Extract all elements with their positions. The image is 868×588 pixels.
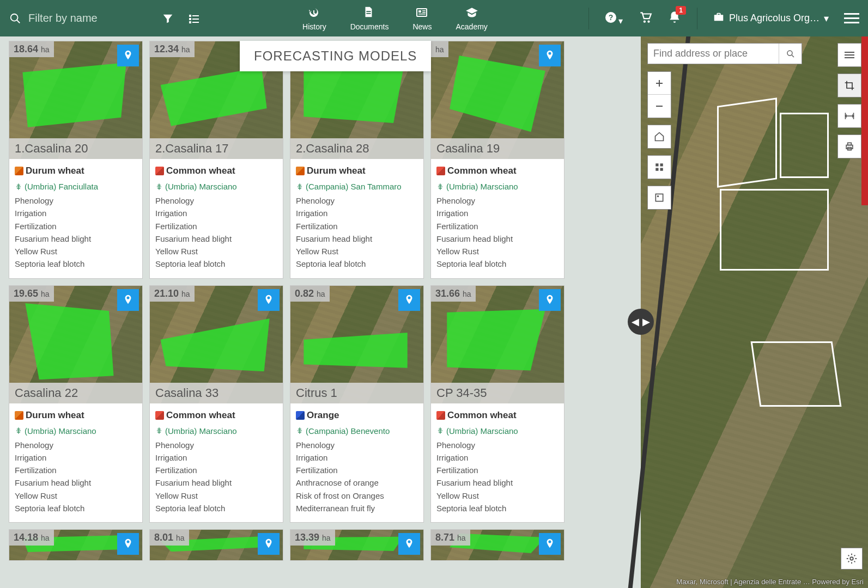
field-card[interactable]: 21.10 ha Casalina 33 Common wheat (Umbri… <box>149 285 283 523</box>
model-item[interactable]: Fertilization <box>296 220 418 232</box>
model-item[interactable]: Irrigation <box>296 451 418 464</box>
locate-field-button[interactable] <box>258 289 280 311</box>
cart-icon[interactable] <box>638 10 652 27</box>
model-item[interactable]: Fusarium head blight <box>436 476 559 489</box>
basemap-button[interactable] <box>648 156 671 179</box>
field-card[interactable]: 19.65 ha Casalina 22 Durum wheat (Umbria… <box>9 285 143 523</box>
map-field-outline[interactable] <box>751 341 842 407</box>
field-card[interactable]: ha Casalina 19 Common wheat (Umbria) Mar… <box>430 41 564 279</box>
model-item[interactable]: Phenology <box>296 439 418 451</box>
model-item[interactable]: Risk of frost on Oranges <box>296 489 418 502</box>
locate-field-button[interactable] <box>117 45 139 66</box>
model-item[interactable]: Fusarium head blight <box>15 232 137 245</box>
model-item[interactable]: Phenology <box>155 194 277 207</box>
field-card[interactable]: 12.34 ha 2.Casalina 17 Common wheat (Umb… <box>149 41 283 279</box>
search-icon[interactable] <box>9 12 22 25</box>
model-item[interactable]: Fertilization <box>436 464 559 476</box>
locate-field-button[interactable] <box>398 533 420 555</box>
org-selector[interactable]: Plus Agricolus Org… ▾ <box>713 11 829 26</box>
model-item[interactable]: Mediterranean fruit fly <box>296 502 418 514</box>
model-item[interactable]: Fusarium head blight <box>155 232 277 245</box>
help-icon[interactable]: ?▾ <box>604 11 623 26</box>
model-item[interactable]: Septoria leaf blotch <box>155 502 277 514</box>
model-item[interactable]: Fertilization <box>155 464 277 476</box>
model-item[interactable]: Irrigation <box>15 451 137 464</box>
map-settings-button[interactable] <box>841 548 863 569</box>
model-item[interactable]: Phenology <box>436 194 559 207</box>
filter-input[interactable] <box>28 12 148 24</box>
model-item[interactable]: Anthracnose of orange <box>296 476 418 489</box>
field-card[interactable]: 8.01 ha <box>149 529 283 561</box>
field-card[interactable]: 18.64 ha 1.Casalina 20 Durum wheat (Umbr… <box>9 41 143 279</box>
notifications-icon[interactable]: 1 <box>667 10 682 27</box>
model-item[interactable]: Phenology <box>15 439 137 451</box>
scrollbar-thumb[interactable] <box>861 36 868 205</box>
model-item[interactable]: Septoria leaf blotch <box>15 502 137 514</box>
field-card[interactable]: 14.18 ha <box>9 529 143 561</box>
map-field-outline[interactable] <box>720 189 829 271</box>
field-card[interactable]: 30.53 ha 2.Casalina 28 Durum wheat (Camp… <box>290 41 424 279</box>
nav-news[interactable]: News <box>412 6 432 31</box>
nav-documents[interactable]: Documents <box>350 6 389 31</box>
model-item[interactable]: Yellow Rust <box>155 245 277 258</box>
model-item[interactable]: Fusarium head blight <box>436 232 559 245</box>
field-card[interactable]: 31.66 ha CP 34-35 Common wheat (Umbria) … <box>430 285 564 523</box>
model-item[interactable]: Irrigation <box>296 207 418 219</box>
model-item[interactable]: Fertilization <box>436 220 559 232</box>
locate-field-button[interactable] <box>539 289 561 311</box>
locate-field-button[interactable] <box>539 45 561 66</box>
model-item[interactable]: Yellow Rust <box>436 489 559 502</box>
model-item[interactable]: Yellow Rust <box>296 245 418 258</box>
layers-button[interactable] <box>648 186 671 209</box>
fit-width-button[interactable] <box>838 105 861 127</box>
model-item[interactable]: Phenology <box>296 194 418 207</box>
filter-funnel-icon[interactable] <box>160 11 175 26</box>
model-item[interactable]: Irrigation <box>15 207 137 219</box>
field-card[interactable]: 13.39 ha <box>290 529 424 561</box>
map-field-outline[interactable] <box>717 97 777 187</box>
model-item[interactable]: Fertilization <box>15 464 137 476</box>
model-item[interactable]: Phenology <box>15 194 137 207</box>
model-item[interactable]: Phenology <box>436 439 559 451</box>
model-item[interactable]: Irrigation <box>155 451 277 464</box>
model-item[interactable]: Septoria leaf blotch <box>436 258 559 270</box>
panel-collapse-toggle[interactable]: ◀ ▶ <box>628 309 654 335</box>
model-item[interactable]: Fertilization <box>296 464 418 476</box>
map-search-input[interactable] <box>648 44 779 64</box>
model-item[interactable]: Fusarium head blight <box>155 476 277 489</box>
model-item[interactable]: Yellow Rust <box>15 245 137 258</box>
model-item[interactable]: Irrigation <box>436 207 559 219</box>
model-item[interactable]: Septoria leaf blotch <box>155 258 277 270</box>
map-search-button[interactable] <box>779 44 802 64</box>
menu-icon[interactable] <box>844 13 859 23</box>
model-item[interactable]: Fusarium head blight <box>15 476 137 489</box>
model-item[interactable]: Phenology <box>155 439 277 451</box>
map-panel[interactable]: Maxar, Microsoft | Agenzia delle Entrate… <box>641 36 868 588</box>
print-button[interactable] <box>838 135 861 158</box>
list-settings-icon[interactable] <box>186 11 202 26</box>
model-item[interactable]: Septoria leaf blotch <box>436 502 559 514</box>
home-extent-button[interactable] <box>648 125 671 148</box>
locate-field-button[interactable] <box>258 533 280 555</box>
model-item[interactable]: Yellow Rust <box>15 489 137 502</box>
field-card[interactable]: 0.82 ha Citrus 1 Orange (Campania) Benev… <box>290 285 424 523</box>
locate-field-button[interactable] <box>117 533 139 555</box>
model-item[interactable]: Irrigation <box>436 451 559 464</box>
zoom-out-button[interactable] <box>648 95 671 118</box>
nav-academy[interactable]: Academy <box>456 6 487 31</box>
map-field-outline[interactable] <box>780 113 829 178</box>
zoom-in-button[interactable] <box>648 72 671 95</box>
model-item[interactable]: Fertilization <box>155 220 277 232</box>
model-item[interactable]: Septoria leaf blotch <box>296 258 418 270</box>
locate-field-button[interactable] <box>398 289 420 311</box>
map-menu-button[interactable] <box>838 44 861 66</box>
field-card[interactable]: 8.71 ha <box>430 529 564 561</box>
model-item[interactable]: Septoria leaf blotch <box>15 258 137 270</box>
locate-field-button[interactable] <box>117 289 139 311</box>
model-item[interactable]: Irrigation <box>155 207 277 219</box>
locate-field-button[interactable] <box>539 533 561 555</box>
crop-tool-button[interactable] <box>838 74 861 97</box>
model-item[interactable]: Fertilization <box>15 220 137 232</box>
nav-history[interactable]: History <box>302 6 326 31</box>
model-item[interactable]: Fusarium head blight <box>296 232 418 245</box>
